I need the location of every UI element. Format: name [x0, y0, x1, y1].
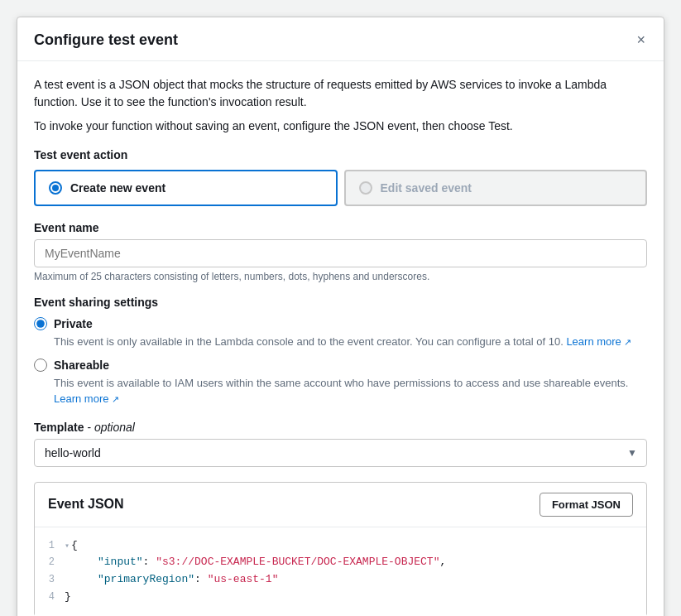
edit-saved-event-label: Edit saved event: [381, 181, 472, 195]
private-learn-more-link[interactable]: Learn more: [566, 335, 631, 348]
json-section: Event JSON Format JSON 1 ▾{ 2 "input": "…: [34, 482, 647, 617]
line-content-4: }: [65, 589, 81, 606]
shareable-description: This event is available to IAM users wit…: [54, 375, 647, 407]
private-option: Private This event is only available in …: [34, 317, 647, 350]
configure-test-event-modal: Configure test event × A test event is a…: [17, 17, 664, 616]
test-event-action-section: Test event action Create new event Edit …: [34, 148, 647, 206]
modal-title: Configure test event: [34, 31, 178, 49]
shareable-desc-text: This event is available to IAM users wit…: [54, 377, 628, 389]
close-button[interactable]: ×: [635, 31, 647, 49]
description-block: A test event is a JSON object that mocks…: [34, 76, 647, 135]
private-radio[interactable]: [34, 317, 47, 330]
test-event-action-label: Test event action: [34, 148, 647, 161]
description-line1: A test event is a JSON object that mocks…: [34, 76, 647, 111]
format-json-button[interactable]: Format JSON: [540, 493, 633, 517]
template-optional-text: - optional: [87, 421, 135, 434]
line-number-3: 3: [35, 572, 65, 588]
create-new-event-label: Create new event: [70, 181, 165, 195]
template-select-wrapper: hello-world apigateway-aws-proxy cloudwa…: [34, 439, 647, 467]
event-name-input[interactable]: [34, 239, 647, 267]
line-number-1: 1: [35, 538, 65, 554]
private-desc-text: This event is only available in the Lamb…: [54, 335, 564, 348]
shareable-label: Shareable: [54, 359, 109, 372]
shareable-option: Shareable This event is available to IAM…: [34, 359, 647, 407]
line-content-2: "input": "s3://DOC-EXAMPLE-BUCKET/DOC-EX…: [65, 554, 456, 571]
private-label: Private: [54, 317, 93, 330]
event-name-section: Event name Maximum of 25 characters cons…: [34, 221, 647, 282]
json-line-3: 3 "primaryRegion": "us-east-1": [35, 571, 646, 589]
json-title: Event JSON: [48, 497, 124, 512]
json-line-2: 2 "input": "s3://DOC-EXAMPLE-BUCKET/DOC-…: [35, 554, 646, 571]
template-label: Template - optional: [34, 421, 647, 434]
collapse-arrow-icon[interactable]: ▾: [65, 540, 70, 553]
private-radio-row: Private: [34, 317, 647, 330]
json-line-1: 1 ▾{: [35, 537, 646, 555]
json-editor[interactable]: 1 ▾{ 2 "input": "s3://DOC-EXAMPLE-BUCKET…: [35, 527, 646, 616]
template-select[interactable]: hello-world apigateway-aws-proxy cloudwa…: [34, 439, 647, 467]
line-number-4: 4: [35, 590, 65, 605]
shareable-radio[interactable]: [34, 359, 47, 372]
template-label-text: Template: [34, 421, 84, 434]
json-header: Event JSON Format JSON: [35, 483, 646, 527]
event-sharing-label: Event sharing settings: [34, 296, 647, 309]
template-section: Template - optional hello-world apigatew…: [34, 421, 647, 467]
json-line-4: 4 }: [35, 589, 646, 606]
line-number-2: 2: [35, 555, 65, 570]
edit-saved-event-option[interactable]: Edit saved event: [344, 170, 648, 206]
shareable-radio-row: Shareable: [34, 359, 647, 372]
private-description: This event is only available in the Lamb…: [54, 334, 647, 350]
line-content-3: "primaryRegion": "us-east-1": [65, 571, 288, 589]
modal-body: A test event is a JSON object that mocks…: [17, 61, 664, 616]
modal-header: Configure test event ×: [17, 17, 664, 61]
event-name-hint: Maximum of 25 characters consisting of l…: [34, 271, 647, 282]
event-sharing-section: Event sharing settings Private This even…: [34, 296, 647, 407]
shareable-learn-more-link[interactable]: Learn more: [54, 392, 119, 405]
edit-radio-circle: [359, 181, 372, 195]
line-content-1: ▾{: [65, 537, 88, 555]
event-name-label: Event name: [34, 221, 647, 234]
description-line2: To invoke your function without saving a…: [34, 118, 647, 135]
create-radio-circle: [49, 181, 62, 195]
test-event-action-group: Create new event Edit saved event: [34, 170, 647, 206]
create-new-event-option[interactable]: Create new event: [34, 170, 338, 206]
